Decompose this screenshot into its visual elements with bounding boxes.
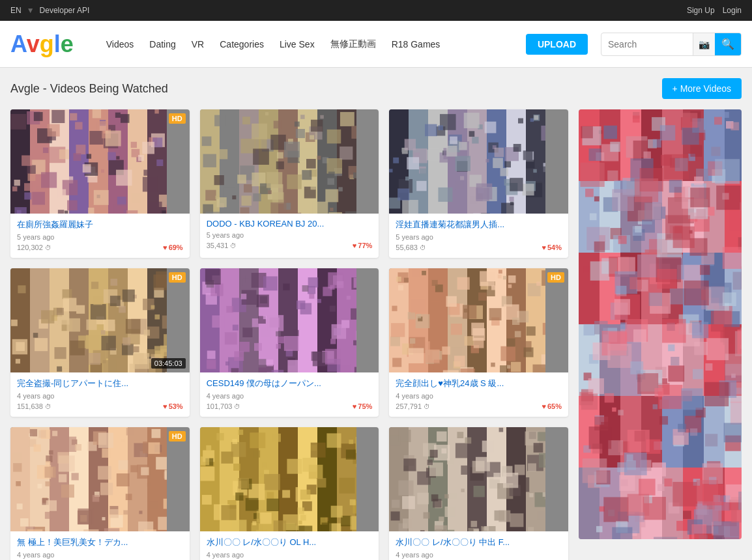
card-title[interactable]: 水川〇〇 レ/水〇〇り OL H...	[207, 537, 373, 548]
card-title[interactable]: 完全盗撮-同じアパートに住...	[17, 378, 183, 389]
thumbnail-canvas	[200, 109, 356, 214]
sidebar-ad-canvas	[579, 109, 742, 539]
card-age: 5 years ago	[396, 233, 562, 241]
nav-dating[interactable]: Dating	[143, 35, 182, 53]
hd-badge: HD	[169, 113, 186, 124]
logo[interactable]: Avgle	[10, 31, 74, 58]
card-views: 101,703 ⏱	[207, 402, 241, 410]
page-content: Avgle - Videos Being Watched + More Vide…	[0, 68, 752, 560]
card-title[interactable]: 完全顔出し♥神乳24歳 S 級...	[396, 378, 562, 389]
card-info: 完全盗撮-同じアパートに住...4 years ago151,638 ⏱♥ 53…	[10, 372, 190, 417]
thumbnail-canvas	[389, 268, 545, 372]
card-views: 55,683 ⏱	[396, 244, 426, 251]
card-views: 151,638 ⏱	[17, 402, 51, 410]
more-videos-button[interactable]: + More Videos	[662, 78, 742, 99]
nav-vr[interactable]: VR	[185, 35, 210, 53]
card-info: 無 極上！美巨乳美女！デカ...4 years ago1,250,535 ⏱♥ …	[10, 531, 190, 560]
video-card[interactable]: HD無 極上！美巨乳美女！デカ...4 years ago1,250,535 ⏱…	[10, 427, 190, 560]
video-card[interactable]: 水川〇〇 レ/水〇〇り OL H...4 years ago304,581 ⏱♥…	[200, 427, 379, 560]
thumbnail-canvas	[389, 109, 545, 214]
card-rating: ♥ 77%	[353, 242, 373, 249]
video-card[interactable]: 淫娃直播連菊花都讓男人插...5 years ago55,683 ⏱♥ 54%	[389, 109, 568, 258]
header: Avgle Videos Dating VR Categories Live S…	[0, 21, 752, 68]
thumbnail-wrap	[200, 268, 379, 372]
main-layout: HD在廁所強姦羅麗妹子5 years ago120,302 ⏱♥ 69%DODO…	[10, 109, 742, 560]
hd-badge: HD	[169, 272, 186, 283]
card-info: CESD149 僕の母はノーパン...4 years ago101,703 ⏱♥…	[200, 372, 379, 417]
video-card[interactable]: HD03:45:03完全盗撮-同じアパートに住...4 years ago151…	[10, 268, 190, 417]
card-title[interactable]: 在廁所強姦羅麗妹子	[17, 219, 183, 231]
dev-api-link[interactable]: Developer API	[40, 6, 90, 15]
thumbnail-wrap: HD	[10, 427, 190, 531]
card-rating: ♥ 75%	[353, 402, 373, 410]
card-stats: 257,791 ⏱♥ 65%	[396, 402, 562, 410]
search-input[interactable]	[601, 39, 693, 49]
video-card[interactable]: 水川〇〇 レ/水〇〇り 中出 F...4 years ago276,664 ⏱♥…	[389, 427, 568, 560]
card-title[interactable]: CESD149 僕の母はノーパン...	[207, 378, 373, 389]
search-box: 📷 🔍	[601, 33, 742, 56]
card-rating: ♥ 65%	[542, 402, 562, 410]
card-info: 水川〇〇 レ/水〇〇り OL H...4 years ago304,581 ⏱♥…	[200, 531, 379, 560]
nav-mukesei[interactable]: 無修正動画	[324, 35, 383, 54]
page-title: Avgle - Videos Being Watched	[10, 82, 168, 96]
card-info: 水川〇〇 レ/水〇〇り 中出 F...4 years ago276,664 ⏱♥…	[389, 531, 568, 560]
thumbnail-canvas	[200, 268, 356, 372]
card-views: 35,431 ⏱	[207, 242, 237, 249]
card-age: 4 years ago	[207, 392, 373, 400]
card-age: 4 years ago	[396, 392, 562, 400]
hd-badge: HD	[547, 272, 564, 283]
card-info: DODO - KBJ KOREAN BJ 20...5 years ago35,…	[200, 214, 379, 256]
card-title[interactable]: 淫娃直播連菊花都讓男人插...	[396, 219, 562, 231]
topbar-left: EN ▼ Developer API	[10, 6, 89, 15]
nav-r18games[interactable]: R18 Games	[385, 35, 447, 53]
card-rating: ♥ 53%	[163, 402, 183, 410]
card-title[interactable]: DODO - KBJ KOREAN BJ 20...	[207, 219, 373, 229]
video-card[interactable]: HD在廁所強姦羅麗妹子5 years ago120,302 ⏱♥ 69%	[10, 109, 190, 258]
card-age: 4 years ago	[17, 392, 183, 400]
topbar: EN ▼ Developer API Sign Up Login	[0, 0, 752, 21]
login-link[interactable]: Login	[723, 6, 742, 15]
video-card[interactable]: HD完全顔出し♥神乳24歳 S 級...4 years ago257,791 ⏱…	[389, 268, 568, 417]
thumbnail-canvas	[389, 427, 545, 531]
card-rating: ♥ 69%	[163, 244, 183, 251]
search-button[interactable]: 🔍	[715, 33, 741, 55]
card-stats: 151,638 ⏱♥ 53%	[17, 402, 183, 410]
card-stats: 55,683 ⏱♥ 54%	[396, 244, 562, 251]
topbar-right: Sign Up Login	[687, 6, 742, 15]
card-views: 257,791 ⏱	[396, 402, 430, 410]
page-header: Avgle - Videos Being Watched + More Vide…	[10, 78, 742, 99]
card-info: 完全顔出し♥神乳24歳 S 級...4 years ago257,791 ⏱♥ …	[389, 372, 568, 417]
thumbnail-canvas	[10, 427, 167, 531]
card-age: 4 years ago	[396, 551, 562, 559]
thumbnail-wrap: HD03:45:03	[10, 268, 190, 372]
thumbnail-wrap	[389, 427, 568, 531]
hd-badge: HD	[169, 431, 186, 441]
card-stats: 101,703 ⏱♥ 75%	[207, 402, 373, 410]
card-age: 5 years ago	[207, 231, 373, 239]
card-views: 120,302 ⏱	[17, 244, 51, 251]
card-title[interactable]: 水川〇〇 レ/水〇〇り 中出 F...	[396, 537, 562, 548]
thumbnail-wrap	[200, 427, 379, 531]
main-nav: Videos Dating VR Categories Live Sex 無修正…	[100, 35, 513, 54]
thumbnail-wrap	[200, 109, 379, 214]
thumbnail-canvas	[10, 268, 167, 372]
thumbnail-wrap: HD	[10, 109, 190, 214]
card-info: 淫娃直播連菊花都讓男人插...5 years ago55,683 ⏱♥ 54%	[389, 214, 568, 258]
sidebar	[579, 109, 742, 560]
sign-up-link[interactable]: Sign Up	[687, 6, 715, 15]
nav-livesex[interactable]: Live Sex	[273, 35, 321, 53]
thumbnail-canvas	[200, 427, 356, 531]
upload-button[interactable]: UPLOAD	[526, 34, 588, 55]
card-rating: ♥ 54%	[542, 244, 562, 251]
video-card[interactable]: CESD149 僕の母はノーパン...4 years ago101,703 ⏱♥…	[200, 268, 379, 417]
card-title[interactable]: 無 極上！美巨乳美女！デカ...	[17, 537, 183, 548]
sidebar-ad[interactable]	[579, 109, 742, 539]
camera-search-button[interactable]: 📷	[693, 33, 715, 55]
lang-selector[interactable]: EN	[10, 6, 22, 15]
card-age: 4 years ago	[207, 551, 373, 559]
thumbnail-wrap	[389, 109, 568, 214]
video-grid: HD在廁所強姦羅麗妹子5 years ago120,302 ⏱♥ 69%DODO…	[10, 109, 568, 560]
nav-videos[interactable]: Videos	[100, 35, 141, 53]
nav-categories[interactable]: Categories	[213, 35, 270, 53]
video-card[interactable]: DODO - KBJ KOREAN BJ 20...5 years ago35,…	[200, 109, 379, 258]
